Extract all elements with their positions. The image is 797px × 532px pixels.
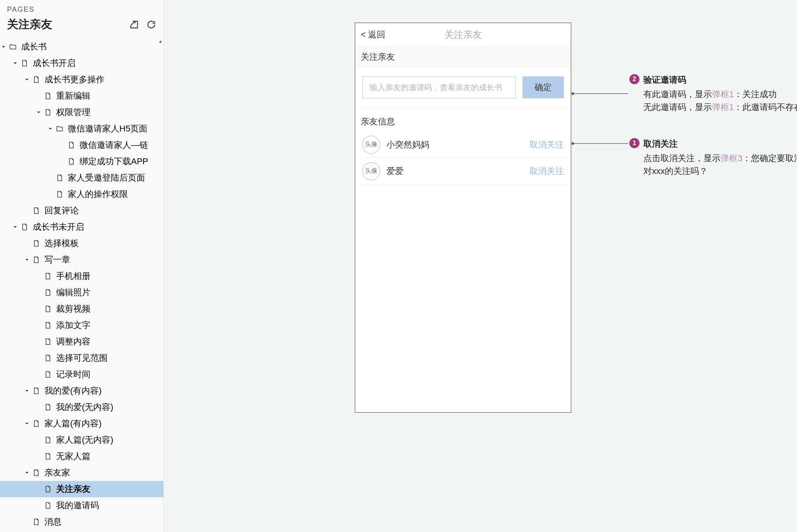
pages-panel-label: PAGES	[7, 5, 156, 14]
chevron-down-icon[interactable]	[35, 109, 42, 116]
chevron-down-icon[interactable]	[0, 43, 7, 50]
annotation-line: 点击取消关注，显示弹框3：您确定要取消对xxx的关注吗？	[643, 152, 797, 177]
tree-item-label: 微信邀请家人—链	[80, 139, 148, 151]
confirm-button[interactable]: 确定	[522, 76, 564, 98]
chevron-down-icon[interactable]	[23, 420, 30, 427]
refresh-icon[interactable]	[146, 20, 156, 30]
tree-item[interactable]: 我的爱(无内容)	[0, 399, 163, 415]
page-icon	[44, 92, 52, 100]
chevron-down-icon[interactable]	[47, 125, 54, 132]
chevron-down-icon[interactable]	[23, 387, 30, 394]
tree-item[interactable]: 手机相册	[0, 268, 163, 284]
tree-item-label: 回复评论	[44, 205, 79, 216]
canvas: < 返回 关注亲友 关注亲友 确定 亲友信息 头像 小突然妈妈 取消关注 头像 …	[164, 0, 797, 532]
tree-item[interactable]: 编辑照片	[0, 284, 163, 301]
tree-item-label: 家人篇(无内容)	[56, 434, 113, 446]
tree-item-label: 编辑照片	[56, 287, 90, 298]
tree-item[interactable]: 家人的操作权限	[0, 186, 163, 202]
tree-item[interactable]: 关注亲友	[0, 481, 163, 497]
page-icon	[67, 141, 76, 149]
annotation-2: 2 验证邀请码 有此邀请码，显示弹框1：关注成功 无此邀请码，显示弹框1：此邀请…	[643, 73, 797, 113]
tree-item[interactable]: 家人篇(无内容)	[0, 432, 163, 448]
tree-item[interactable]: 回复评论	[0, 202, 163, 219]
tree-item[interactable]: 裁剪视频	[0, 301, 163, 317]
tree-item[interactable]: 消息	[0, 514, 163, 530]
tree-item[interactable]: 权限管理	[0, 104, 163, 121]
tree-item[interactable]: 重新编辑	[0, 88, 163, 104]
chevron-down-icon	[35, 371, 42, 378]
header-icons	[129, 20, 156, 30]
tree-item-label: 家人篇(有内容)	[44, 418, 102, 429]
chevron-down-icon	[35, 273, 42, 280]
invite-code-input[interactable]	[362, 76, 515, 98]
tree-item-label: 写一章	[44, 254, 70, 266]
page-icon	[44, 436, 52, 444]
tree-item[interactable]: 选择模板	[0, 235, 163, 252]
annotation-title: 验证邀请码	[643, 73, 797, 86]
tree-item[interactable]: 家人受邀登陆后页面	[0, 170, 163, 186]
page-icon	[44, 337, 52, 346]
tree-item[interactable]: 家人篇(有内容)	[0, 415, 163, 432]
chevron-down-icon[interactable]	[23, 256, 30, 263]
tree-item[interactable]: 微信邀请家人H5页面	[0, 121, 163, 137]
tree-item-label: 重新编辑	[56, 90, 90, 102]
tree-item-label: 调整内容	[56, 336, 90, 348]
section-follow-friends: 关注亲友	[355, 46, 571, 67]
back-button[interactable]: < 返回	[361, 29, 385, 41]
tree-item-label: 家人的操作权限	[68, 188, 128, 200]
chevron-down-icon	[35, 502, 42, 509]
tree-item[interactable]: 选择可见范围	[0, 350, 163, 366]
tree-item[interactable]: 无家人篇	[0, 448, 163, 465]
page-icon	[44, 321, 52, 330]
unfollow-button[interactable]: 取消关注	[530, 165, 564, 177]
chevron-down-icon	[35, 404, 42, 411]
chevron-down-icon[interactable]	[23, 469, 30, 476]
connector-line	[571, 140, 630, 147]
chevron-down-icon[interactable]	[12, 60, 19, 67]
page-icon	[44, 370, 52, 379]
tree-item-label: 我的爱(无内容)	[56, 401, 113, 413]
page-tree: 成长书成长书开启成长书更多操作重新编辑权限管理微信邀请家人H5页面微信邀请家人—…	[0, 36, 163, 532]
annotation-line: 有此邀请码，显示弹框1：关注成功	[643, 88, 797, 101]
share-icon[interactable]	[129, 20, 139, 30]
tree-item-label: 成长书	[21, 41, 47, 53]
page-icon	[44, 452, 52, 461]
tree-scroll[interactable]: ▴ 成长书成长书开启成长书更多操作重新编辑权限管理微信邀请家人H5页面微信邀请家…	[0, 36, 163, 532]
tree-item[interactable]: 我的爱(有内容)	[0, 383, 163, 399]
chevron-down-icon	[35, 305, 42, 312]
tree-item[interactable]: 成长书开启	[0, 55, 163, 71]
tree-item[interactable]: 亲友家	[0, 465, 163, 481]
tree-item[interactable]: 记录时间	[0, 366, 163, 383]
page-icon	[67, 157, 76, 166]
unfollow-button[interactable]: 取消关注	[530, 139, 564, 151]
page-icon	[44, 354, 52, 362]
tree-item[interactable]: 添加文字	[0, 317, 163, 333]
chevron-down-icon[interactable]	[23, 76, 30, 83]
page-icon	[32, 419, 41, 428]
tree-item[interactable]: 成长书	[0, 39, 163, 55]
tree-item-label: 手机相册	[56, 270, 90, 282]
friend-row: 头像 爱爱 取消关注	[355, 158, 571, 184]
chevron-down-icon[interactable]	[12, 223, 19, 231]
annotation-title: 取消关注	[643, 137, 797, 150]
page-icon	[32, 518, 41, 526]
chevron-down-icon	[35, 338, 42, 345]
tree-item[interactable]: 写一章	[0, 252, 163, 268]
chevron-down-icon	[35, 453, 42, 460]
tree-item[interactable]: 我的邀请码	[0, 497, 163, 514]
tree-item[interactable]: 成长书更多操作	[0, 71, 163, 88]
tree-item-label: 无家人篇	[56, 450, 90, 462]
tree-item[interactable]: 成长书未开启	[0, 219, 163, 235]
tree-item[interactable]: 调整内容	[0, 333, 163, 350]
page-icon	[55, 190, 64, 199]
sidebar-header: PAGES 关注亲友	[0, 0, 163, 36]
chevron-down-icon	[35, 436, 42, 443]
scroll-up-icon[interactable]: ▴	[159, 38, 162, 44]
chevron-down-icon	[47, 191, 54, 198]
tree-item[interactable]: 微信邀请家人—链	[0, 137, 163, 153]
annotation-badge: 1	[629, 138, 639, 148]
tree-item-label: 消息	[44, 516, 62, 528]
chevron-down-icon	[58, 158, 66, 165]
tree-item[interactable]: 绑定成功下载APP	[0, 153, 163, 170]
chevron-down-icon	[47, 174, 54, 181]
